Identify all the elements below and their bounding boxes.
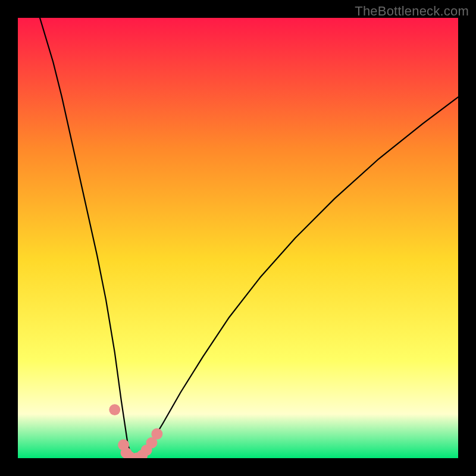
data-marker bbox=[151, 428, 162, 440]
chart-frame bbox=[18, 18, 458, 458]
gradient-background bbox=[18, 18, 458, 458]
data-marker bbox=[109, 404, 120, 415]
bottleneck-chart bbox=[18, 18, 458, 458]
watermark-text: TheBottleneck.com bbox=[355, 4, 469, 19]
